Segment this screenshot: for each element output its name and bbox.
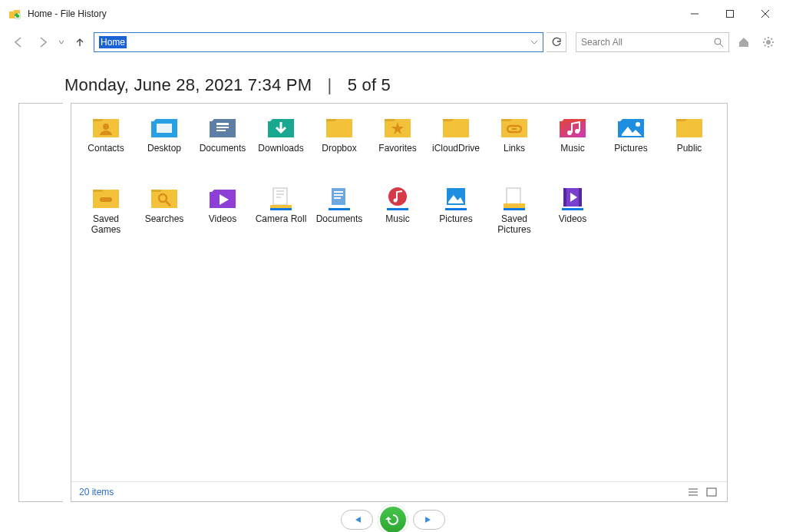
item-dropbox[interactable]: Dropbox [311, 110, 368, 179]
svg-rect-5 [157, 124, 172, 133]
item-public[interactable]: Public [661, 110, 718, 179]
next-version-button[interactable] [413, 510, 445, 530]
folder-icon [440, 113, 472, 140]
folder-game-icon [90, 183, 122, 211]
svg-rect-6 [216, 123, 229, 125]
folder-music-icon [556, 113, 589, 140]
item-label: Downloads [258, 144, 303, 154]
item-saved-games[interactable]: Saved Games [78, 180, 134, 249]
svg-rect-20 [332, 188, 345, 205]
item-videos[interactable]: Videos [544, 180, 601, 249]
item-label: Music [385, 214, 409, 225]
item-label: Desktop [147, 144, 181, 154]
app-icon [8, 7, 21, 21]
item-label: Pictures [439, 214, 472, 225]
folder-search-icon [148, 183, 180, 211]
svg-rect-10 [512, 128, 517, 130]
recent-dropdown[interactable] [57, 39, 66, 45]
details-view-button[interactable] [685, 484, 701, 500]
side-panel [18, 103, 63, 502]
item-label: Favorites [378, 144, 416, 154]
forward-button[interactable] [32, 31, 54, 53]
svg-rect-1 [727, 11, 734, 18]
item-label: Documents [316, 214, 363, 225]
main-panel: Contacts Desktop Documents Downloads Dro… [71, 103, 728, 502]
back-button[interactable] [8, 31, 29, 53]
item-pictures[interactable]: Pictures [428, 180, 484, 249]
svg-rect-30 [507, 188, 520, 205]
svg-rect-21 [334, 191, 343, 193]
search-icon [714, 38, 724, 48]
svg-rect-8 [216, 130, 226, 131]
folder-pic-icon [615, 113, 647, 140]
address-dropdown-icon[interactable] [530, 38, 538, 46]
item-label: Saved Games [78, 214, 134, 236]
item-favorites[interactable]: Favorites [369, 110, 426, 179]
restore-button[interactable] [378, 504, 408, 532]
item-searches[interactable]: Searches [136, 180, 193, 249]
item-downloads[interactable]: Downloads [253, 110, 309, 179]
item-label: Videos [209, 214, 236, 225]
svg-rect-33 [563, 188, 566, 207]
svg-point-2 [715, 38, 721, 45]
search-input[interactable] [581, 37, 714, 48]
item-music[interactable]: Music [544, 110, 601, 179]
item-camera-roll[interactable]: Camera Roll [253, 180, 309, 249]
item-links[interactable]: Links [486, 110, 543, 179]
item-music[interactable]: Music [369, 180, 426, 249]
svg-point-3 [766, 40, 771, 45]
lib-docs-icon [323, 183, 355, 211]
maximize-button[interactable] [712, 2, 748, 25]
lib-camera-icon [265, 183, 297, 211]
item-saved-pictures[interactable]: Saved Pictures [486, 180, 543, 249]
item-label: Music [560, 144, 584, 154]
folder-star-icon [381, 113, 414, 140]
item-label: Dropbox [322, 144, 356, 154]
item-iclouddrive[interactable]: iCloudDrive [428, 110, 484, 179]
folder-icon [673, 113, 705, 140]
minimize-button[interactable] [677, 2, 712, 25]
item-count: 20 items [79, 487, 114, 497]
version-date: Monday, June 28, 2021 7:34 PM [64, 75, 312, 94]
item-label: Saved Pictures [487, 214, 542, 236]
icons-view-button[interactable] [704, 484, 719, 500]
search-box[interactable] [576, 32, 729, 52]
folder-person-icon [90, 113, 122, 140]
version-controls [0, 502, 786, 532]
item-label: Documents [200, 144, 246, 154]
svg-rect-35 [562, 208, 583, 210]
item-contacts[interactable]: Contacts [78, 110, 134, 179]
item-documents[interactable]: Documents [194, 110, 251, 179]
status-bar: 20 items [71, 481, 727, 501]
folder-docs-icon [206, 113, 239, 140]
content-area: Monday, June 28, 2021 7:34 PM | 5 of 5 C… [0, 57, 786, 502]
lib-pic-icon [440, 183, 472, 211]
item-label: iCloudDrive [432, 144, 480, 154]
item-label: Contacts [88, 144, 124, 154]
refresh-button[interactable] [547, 32, 566, 52]
settings-button[interactable] [758, 32, 778, 52]
version-position: 5 of 5 [348, 75, 391, 94]
item-desktop[interactable]: Desktop [136, 110, 193, 179]
svg-rect-24 [329, 208, 350, 210]
home-button[interactable] [734, 32, 754, 52]
item-videos[interactable]: Videos [194, 180, 251, 249]
item-label: Pictures [614, 144, 647, 154]
item-label: Searches [145, 214, 184, 225]
item-documents[interactable]: Documents [311, 180, 368, 249]
svg-rect-22 [334, 194, 343, 196]
folder-down-icon [265, 113, 297, 140]
address-bar[interactable]: Home [94, 32, 543, 52]
separator: | [316, 75, 342, 94]
svg-rect-29 [445, 208, 467, 210]
svg-rect-7 [216, 127, 229, 128]
up-button[interactable] [69, 31, 91, 53]
svg-rect-36 [707, 488, 716, 496]
svg-rect-16 [101, 197, 111, 202]
item-pictures[interactable]: Pictures [603, 110, 659, 179]
folder-video-icon [206, 183, 239, 211]
svg-rect-18 [273, 188, 287, 205]
close-button[interactable] [748, 2, 783, 25]
previous-version-button[interactable] [341, 510, 373, 530]
window-title: Home - File History [28, 8, 107, 19]
